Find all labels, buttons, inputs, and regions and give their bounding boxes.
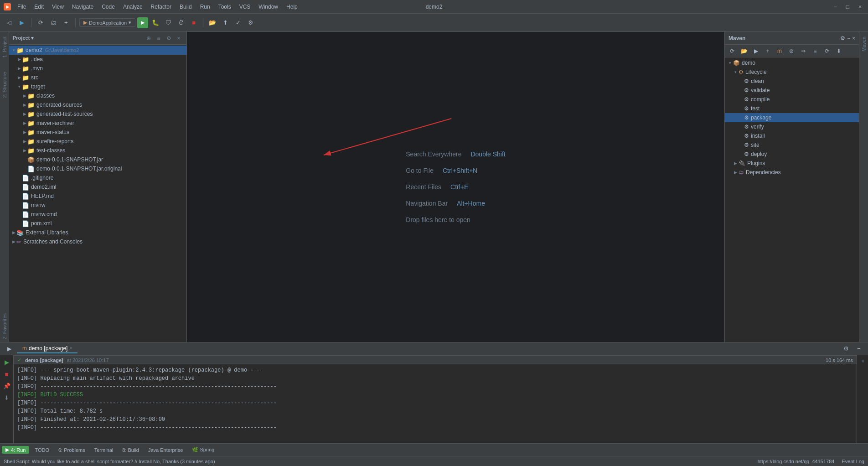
menu-file[interactable]: File [14,3,30,11]
tree-item-classes[interactable]: ▶ 📁 classes [9,91,186,100]
maven-phase-clean[interactable]: ⚙ clean [725,77,859,86]
tree-item-maven-archiver[interactable]: ▶ 📁 maven-archiver [9,119,186,128]
structure-tab[interactable]: 2: Structure [1,69,8,101]
expand-arrow-surefire[interactable]: ▶ [22,139,27,144]
vcs-update-button[interactable]: ⬆ [220,17,231,28]
problems-tab[interactable]: 6: Problems [55,446,89,454]
run-tab-close[interactable]: × [69,346,72,351]
menu-refactor[interactable]: Refactor [147,3,175,11]
maven-skip-tests-button[interactable]: ⊘ [786,46,797,57]
tree-item-src[interactable]: ▶ 📁 src [9,73,186,82]
expand-arrow-test-classes[interactable]: ▶ [22,148,27,153]
favorites-tab[interactable]: 2: Favorites [1,311,8,342]
tree-item-iml[interactable]: 📄 demo2.iml [9,182,186,192]
maven-refresh-button[interactable]: ⟳ [727,46,738,57]
menu-tools[interactable]: Tools [215,3,235,11]
settings-button[interactable]: ⚙ [245,17,256,28]
event-log-link[interactable]: Event Log [842,459,864,464]
tree-root-demo2[interactable]: ▾ 📁 demo2 G:\Java\demo2 [9,46,186,55]
navigate-next-button[interactable]: ▶ [16,17,27,28]
maven-sidebar-tab[interactable]: Maven [860,34,868,54]
maven-phase-site[interactable]: ⚙ site [725,140,859,150]
maven-phase-install[interactable]: ⚙ install [725,131,859,140]
tree-item-jar-original[interactable]: 📄 demo-0.0.1-SNAPSHOT.jar.original [9,164,186,173]
java-enterprise-tab[interactable]: Java Enterprise [145,446,186,454]
tree-item-gitignore[interactable]: 📄 .gitignore [9,173,186,182]
restart-run-button[interactable]: ▶ [2,357,12,367]
soft-wrap-button[interactable]: ≡ [859,357,866,365]
maven-phase-compile[interactable]: ⚙ compile [725,95,859,104]
project-structure-button[interactable]: 🗂 [48,17,59,28]
tree-item-generated-sources[interactable]: ▶ 📁 generated-sources [9,100,186,109]
run-bottom-tab[interactable]: ▶ 4: Run [2,446,29,454]
maven-settings-button[interactable]: ⚙ [840,35,845,41]
maven-expand-root[interactable]: ▾ [727,61,733,65]
expand-arrow-gen-test-src[interactable]: ▶ [22,112,27,116]
debug-button[interactable]: 🐛 [150,17,161,28]
maven-phase-package[interactable]: ⚙ package [725,113,859,122]
profile-button[interactable]: ⏱ [176,17,186,28]
bottom-minimize-button[interactable]: − [853,343,864,354]
menu-run[interactable]: Run [196,3,214,11]
maven-phase-deploy[interactable]: ⚙ deploy [725,150,859,159]
maven-plugins-group[interactable]: ▶ 🔌 Plugins [725,159,859,168]
add-config-button[interactable]: + [61,17,72,28]
maven-phase-test[interactable]: ⚙ test [725,104,859,113]
expand-arrow-target[interactable]: ▾ [16,84,22,89]
run-button[interactable]: ▶ [137,17,148,28]
maven-jump-to-phase-button[interactable]: ⇒ [798,46,809,57]
menu-code[interactable]: Code [98,3,119,11]
menu-navigate[interactable]: Navigate [68,3,97,11]
menu-analyze[interactable]: Analyze [119,3,146,11]
expand-arrow-maven-status[interactable]: ▶ [22,130,27,135]
maven-collapse-button[interactable]: ≡ [810,46,821,57]
run-configuration-selector[interactable]: ▶ DemoApplication ▾ [79,18,135,27]
menu-vcs[interactable]: VCS [236,3,254,11]
tree-item-generated-test-sources[interactable]: ▶ 📁 generated-test-sources [9,109,186,119]
bottom-settings-button[interactable]: ⚙ [841,343,852,354]
todo-tab[interactable]: TODO [31,446,53,454]
maven-run-maven-button[interactable]: m [774,46,785,57]
maven-phase-validate[interactable]: ⚙ validate [725,86,859,95]
close-project-panel-button[interactable]: × [175,34,183,42]
close-button[interactable]: × [856,3,864,11]
tree-item-mvn[interactable]: ▶ 📁 .mvn [9,64,186,73]
maven-expand-lifecycle[interactable]: ▾ [732,70,739,74]
tree-item-maven-status[interactable]: ▶ 📁 maven-status [9,128,186,137]
vcs-commit-button[interactable]: ✓ [232,17,243,28]
open-project-button[interactable]: 📂 [207,17,218,28]
pin-tab-button[interactable]: 📌 [2,381,12,391]
menu-help[interactable]: Help [283,3,301,11]
expand-arrow-mvn[interactable]: ▶ [16,66,22,71]
maximize-button[interactable]: □ [843,3,852,11]
project-settings-button[interactable]: ⚙ [165,34,173,42]
tree-item-mvnw-cmd[interactable]: 📄 mvnw.cmd [9,210,186,219]
stop-button[interactable]: ■ [188,17,199,28]
maven-expand-plugins[interactable]: ▶ [732,161,739,166]
maven-add-button[interactable]: + [762,46,773,57]
menu-build[interactable]: Build [176,3,196,11]
tree-item-help[interactable]: 📄 HELP.md [9,192,186,201]
spring-tab[interactable]: 🌿 Spring [188,446,218,454]
expand-arrow-src[interactable]: ▶ [16,75,22,80]
menu-window[interactable]: Window [255,3,282,11]
expand-arrow-gen-src[interactable]: ▶ [22,103,27,107]
expand-arrow-scratches[interactable]: ▶ [11,239,16,244]
maven-phase-verify[interactable]: ⚙ verify [725,122,859,131]
maven-expand-deps[interactable]: ▶ [732,170,739,175]
maven-download-sources-button[interactable]: ⬇ [833,46,844,57]
scroll-to-end-button[interactable]: ⬇ [2,393,12,403]
menu-view[interactable]: View [48,3,67,11]
tree-item-surefire[interactable]: ▶ 📁 surefire-reports [9,137,186,146]
maven-lifecycle-group[interactable]: ▾ ⚙ Lifecycle [725,67,859,77]
expand-arrow-root[interactable]: ▾ [11,48,16,52]
expand-arrow-classes[interactable]: ▶ [22,93,27,98]
terminal-tab[interactable]: Terminal [91,446,117,454]
maven-generate-sources-button[interactable]: ⟳ [822,46,832,57]
tree-item-scratches[interactable]: ▶ ✏ Scratches and Consoles [9,237,186,246]
project-tab[interactable]: 1: Project [1,34,8,60]
expand-arrow-maven-archiver[interactable]: ▶ [22,121,27,125]
sync-files-button[interactable]: ⟳ [35,17,46,28]
maven-close-button[interactable]: × [852,35,855,41]
coverage-button[interactable]: 🛡 [163,17,174,28]
